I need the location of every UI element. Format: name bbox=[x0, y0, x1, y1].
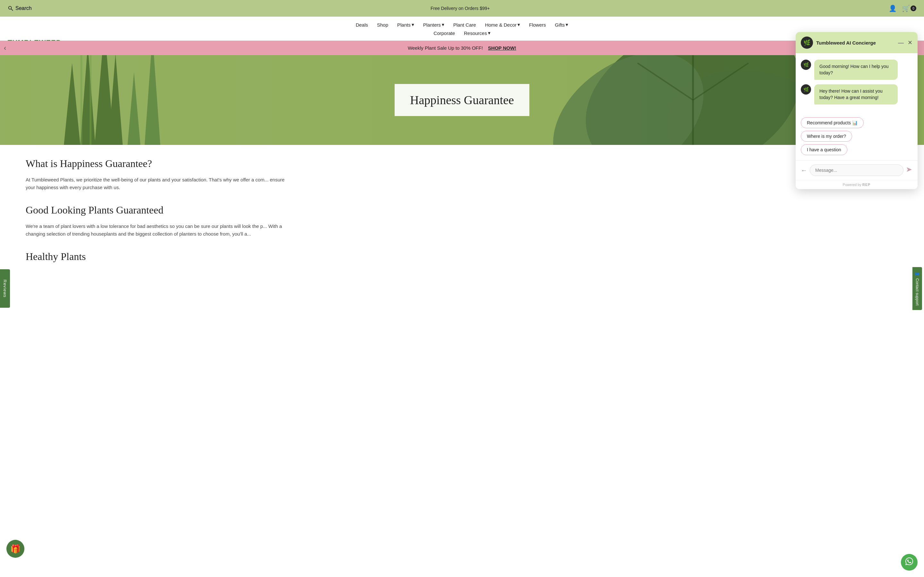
contact-support-label: Contact support bbox=[915, 278, 919, 282]
quick-reply-recommend[interactable]: Recommend products 📊 bbox=[801, 117, 864, 128]
chat-message-input[interactable] bbox=[810, 164, 903, 176]
search-icon bbox=[8, 5, 13, 11]
nav-gifts[interactable]: Gifts ▾ bbox=[555, 22, 569, 27]
cart-count: 0 bbox=[911, 5, 916, 11]
nav-resources[interactable]: Resources ▾ bbox=[464, 30, 491, 36]
nav-row2: Corporate Resources ▾ bbox=[8, 30, 916, 40]
nav-corporate[interactable]: Corporate bbox=[433, 31, 455, 36]
svg-line-1 bbox=[11, 9, 13, 11]
chevron-down-icon: ▾ bbox=[412, 22, 414, 27]
quick-reply-question[interactable]: I have a question bbox=[801, 144, 847, 155]
user-icon[interactable]: 👤 bbox=[889, 5, 897, 12]
nav-home-decor[interactable]: Home & Decor ▾ bbox=[485, 22, 520, 27]
main-content: What is Happiness Guarantee? At Tumblewe… bbox=[0, 145, 321, 282]
section1-body: At Tumbleweed Plants, we prioritize the … bbox=[26, 176, 295, 191]
delivery-text: Free Delivery on Orders $99+ bbox=[431, 6, 490, 11]
section1-title: What is Happiness Guarantee? bbox=[26, 158, 295, 169]
chat-message-2: 🌿 Hey there! How can I assist you today?… bbox=[801, 84, 913, 105]
section2-body: We're a team of plant lovers with a low … bbox=[26, 222, 295, 238]
top-bar-icons: 👤 🛒 0 bbox=[889, 5, 916, 12]
promo-banner: ‹ Weekly Plant Sale Up to 30% OFF! SHOP … bbox=[0, 41, 924, 55]
nav-flowers[interactable]: Flowers bbox=[529, 22, 546, 27]
chevron-down-icon: ▾ bbox=[488, 30, 491, 36]
nav-planters[interactable]: Planters ▾ bbox=[423, 22, 444, 27]
top-bar: Search Free Delivery on Orders $99+ 👤 🛒 … bbox=[0, 0, 924, 17]
reviews-tab[interactable]: Reviews bbox=[0, 269, 10, 282]
hero-section: Happiness Guarantee bbox=[0, 55, 924, 145]
svg-point-0 bbox=[9, 6, 11, 9]
section3-title: Healthy Plants bbox=[26, 251, 295, 263]
chat-widget: 🌿 Tumbleweed AI Concierge — ✕ 🌿 Good mor… bbox=[796, 32, 918, 189]
nav-shop[interactable]: Shop bbox=[377, 22, 388, 27]
chat-bubble-1: Good morning! How can I help you today? bbox=[814, 60, 898, 80]
search-label: Search bbox=[15, 5, 32, 11]
send-icon bbox=[906, 166, 913, 173]
rep-logo: REP bbox=[863, 183, 871, 187]
chat-back-button[interactable]: ← bbox=[801, 167, 807, 174]
chat-body: 🌿 Good morning! How can I help you today… bbox=[796, 53, 918, 117]
banner-link[interactable]: SHOP NOW! bbox=[488, 45, 516, 51]
chat-input-row: ← bbox=[796, 160, 918, 180]
chevron-down-icon: ▾ bbox=[517, 22, 520, 27]
chat-header-actions: — ✕ bbox=[898, 40, 913, 45]
chat-minimize-button[interactable]: — bbox=[898, 40, 904, 45]
chat-header: 🌿 Tumbleweed AI Concierge — ✕ bbox=[796, 32, 918, 53]
search-button[interactable]: Search bbox=[8, 5, 32, 11]
nav-row1: Deals Shop Plants ▾ Planters ▾ Plant Car… bbox=[8, 17, 916, 30]
chat-bot-avatar-1: 🌿 bbox=[801, 60, 811, 70]
chat-title: Tumbleweed AI Concierge bbox=[816, 40, 876, 45]
cart-button[interactable]: 🛒 0 bbox=[902, 5, 916, 12]
banner-prev-arrow[interactable]: ‹ bbox=[4, 44, 6, 52]
chat-avatar-emoji: 🌿 bbox=[803, 39, 811, 46]
section2-title: Good Looking Plants Guaranteed bbox=[26, 204, 295, 216]
contact-support-icon: 👤 bbox=[915, 271, 919, 276]
hero-title-box: Happiness Guarantee bbox=[395, 84, 529, 116]
cart-icon: 🛒 bbox=[902, 5, 910, 12]
chat-message-1: 🌿 Good morning! How can I help you today… bbox=[801, 60, 913, 80]
chat-bubble-2: Hey there! How can I assist you today? H… bbox=[814, 84, 898, 105]
chat-send-button[interactable] bbox=[906, 166, 913, 174]
hero-title: Happiness Guarantee bbox=[410, 93, 514, 107]
banner-text: Weekly Plant Sale Up to 30% OFF! bbox=[408, 45, 483, 51]
chat-avatar: 🌿 bbox=[801, 37, 813, 49]
chat-close-button[interactable]: ✕ bbox=[908, 40, 913, 45]
chevron-down-icon: ▾ bbox=[442, 22, 444, 27]
quick-reply-order[interactable]: Where is my order? bbox=[801, 131, 852, 142]
chat-powered-by: Powered by REP bbox=[796, 180, 918, 189]
contact-support-tab[interactable]: 👤 Contact support bbox=[913, 267, 922, 282]
nav-plants[interactable]: Plants ▾ bbox=[397, 22, 414, 27]
chat-bot-avatar-2: 🌿 bbox=[801, 84, 811, 95]
chat-header-left: 🌿 Tumbleweed AI Concierge bbox=[801, 37, 876, 49]
chevron-down-icon: ▾ bbox=[565, 22, 568, 27]
reviews-tab-label: Reviews bbox=[3, 279, 7, 282]
nav-deals[interactable]: Deals bbox=[356, 22, 368, 27]
nav-plant-care[interactable]: Plant Care bbox=[453, 22, 476, 27]
main-nav: TUMBLEWEED Deals Shop Plants ▾ Planters … bbox=[0, 17, 924, 41]
chat-quick-replies: Recommend products 📊 Where is my order? … bbox=[796, 117, 918, 160]
